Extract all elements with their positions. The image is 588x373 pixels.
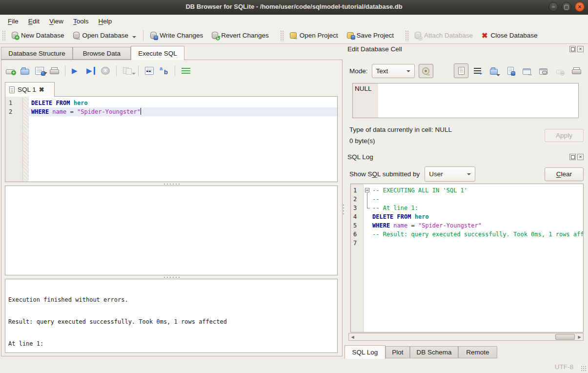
text-mode-icon[interactable] [454, 63, 468, 78]
main-toolbar: + New Database → Open Database Write Cha… [0, 27, 588, 44]
toolbar-handle[interactable] [2, 30, 6, 41]
save-results-icon [123, 67, 132, 75]
replace-icon[interactable] [160, 67, 168, 75]
cell-value: NULL [355, 85, 372, 92]
editor-line-1: DELETE FROM hero [29, 99, 337, 107]
log-line-7 [371, 239, 583, 248]
tab-execute-sql[interactable]: Execute SQL [131, 46, 184, 60]
float-dock-icon[interactable] [569, 46, 576, 52]
format-icon[interactable] [182, 68, 190, 74]
tab-remote[interactable]: Remote [458, 346, 497, 358]
resize-grip[interactable] [581, 366, 587, 372]
menu-tools[interactable]: Tools [68, 16, 94, 26]
fold-marker-icon[interactable] [365, 188, 369, 192]
sql-file-icon [9, 86, 15, 93]
editor-code-area[interactable]: DELETE FROM hero WHERE name = "Spider-Yo… [29, 97, 337, 182]
apply-cell-mode-button[interactable] [419, 64, 433, 78]
tab-database-structure[interactable]: Database Structure [1, 47, 73, 60]
menu-file[interactable]: File [3, 16, 23, 26]
message-line: Execution finished without errors. [8, 296, 334, 304]
title-bar: DB Browser for SQLite - /home/user/code/… [0, 0, 588, 15]
save-project-button[interactable]: Save Project [343, 30, 399, 41]
scroll-left-icon[interactable]: ◀ [349, 335, 356, 339]
filter-label: Show SQL submitted by [349, 170, 420, 178]
window-controls: − ▢ × [548, 2, 585, 12]
tab-sql-log[interactable]: SQL Log [345, 345, 385, 359]
toolbar-handle[interactable] [405, 30, 409, 41]
set-null-icon [552, 63, 567, 78]
import-data-icon[interactable] [487, 63, 501, 78]
close-dock-icon[interactable] [577, 46, 584, 52]
write-changes-button[interactable]: Write Changes [146, 30, 207, 41]
open-project-button[interactable]: → Open Project [285, 30, 343, 41]
execution-message-pane[interactable]: Execution finished without errors. Resul… [5, 279, 338, 353]
database-attach-icon [415, 32, 421, 39]
log-line-3: -- At line 1: [371, 204, 583, 212]
execute-line-icon[interactable]: ▶ [86, 67, 95, 75]
sql-log-view[interactable]: 1 2 3 4 5 6 7 -- EXECUTING ALL IN 'SQL 1… [350, 184, 584, 332]
new-database-button[interactable]: + New Database [7, 30, 69, 41]
results-pane[interactable] [5, 186, 338, 275]
editor-line-2: WHERE name = "Spider-Youngster" [29, 107, 337, 116]
database-new-icon: + [12, 32, 18, 39]
close-dock-icon[interactable] [577, 154, 584, 160]
menu-bar: File Edit View Tools Help [0, 15, 588, 27]
log-fold-margin [364, 184, 371, 332]
sql-editor-tab[interactable]: SQL 1 ✖ [5, 82, 55, 97]
editor-results-splitter[interactable] [5, 182, 338, 186]
project-open-icon: → [290, 32, 297, 39]
editor-fold-margin [23, 97, 29, 182]
close-database-button[interactable]: ✖ Close Database [477, 30, 542, 41]
open-sql-tab-icon[interactable]: + [6, 69, 15, 74]
results-message-splitter[interactable] [5, 275, 338, 279]
encoding-indicator[interactable]: UTF-8 [555, 363, 573, 371]
maximize-icon[interactable]: ▢ [562, 2, 571, 12]
apply-button: Apply [545, 129, 584, 142]
editor-line-numbers: 1 2 [5, 97, 23, 182]
sql-log-filter-select[interactable]: User [425, 166, 475, 182]
open-sql-file-icon[interactable] [20, 69, 29, 75]
tab-browse-data[interactable]: Browse Data [73, 47, 131, 60]
print-cell-icon[interactable] [569, 63, 584, 78]
mode-select[interactable]: Text [372, 64, 415, 78]
stop-icon [101, 67, 110, 75]
open-database-button[interactable]: → Open Database [69, 30, 141, 41]
database-open-icon: → [73, 32, 80, 39]
log-line-4: DELETE FROM hero [371, 212, 583, 221]
execute-all-icon[interactable]: ▶ [72, 67, 81, 75]
minimize-icon[interactable]: − [548, 2, 558, 12]
menu-view[interactable]: View [44, 16, 68, 26]
tab-db-schema[interactable]: DB Schema [410, 346, 458, 358]
project-save-icon [347, 32, 354, 39]
edit-cell-dock-header: Edit Database Cell [347, 45, 584, 53]
tab-plot[interactable]: Plot [385, 346, 410, 358]
link-icon[interactable] [536, 63, 551, 78]
message-line: At line 1: [8, 340, 334, 348]
open-database-dropdown-icon[interactable] [132, 36, 136, 38]
print-icon[interactable] [50, 67, 59, 75]
log-horizontal-scrollbar[interactable]: ◀ ▶ [348, 333, 584, 341]
status-bar: UTF-8 [0, 359, 588, 373]
scrollbar-thumb[interactable] [555, 334, 575, 340]
export-data-icon[interactable] [503, 63, 518, 78]
menu-edit[interactable]: Edit [23, 16, 44, 26]
word-wrap-icon[interactable] [470, 63, 485, 78]
find-icon[interactable] [145, 67, 154, 75]
clear-log-button[interactable]: Clear [545, 167, 584, 181]
cell-size-info: 0 byte(s) [349, 137, 375, 145]
panel-splitter[interactable] [342, 200, 345, 220]
toolbar-handle[interactable] [280, 30, 284, 41]
cell-editor[interactable]: NULL [352, 83, 579, 118]
float-dock-icon[interactable] [569, 154, 576, 160]
revert-changes-button[interactable]: ↺ Revert Changes [207, 30, 273, 41]
close-sql-tab-icon[interactable]: ✖ [39, 86, 44, 93]
save-sql-file-icon[interactable] [35, 67, 44, 75]
sql-log-filter-row: Show SQL submitted by User Clear [349, 166, 584, 182]
open-external-icon[interactable]: → [520, 63, 534, 78]
close-icon[interactable]: × [575, 2, 585, 12]
sql-editor[interactable]: 1 2 DELETE FROM hero WHERE name = "Spide… [5, 96, 338, 182]
menu-help[interactable]: Help [94, 16, 117, 26]
text-cursor [141, 108, 141, 115]
scroll-right-icon[interactable]: ▶ [576, 335, 583, 339]
sql-log-title: SQL Log [347, 153, 373, 161]
